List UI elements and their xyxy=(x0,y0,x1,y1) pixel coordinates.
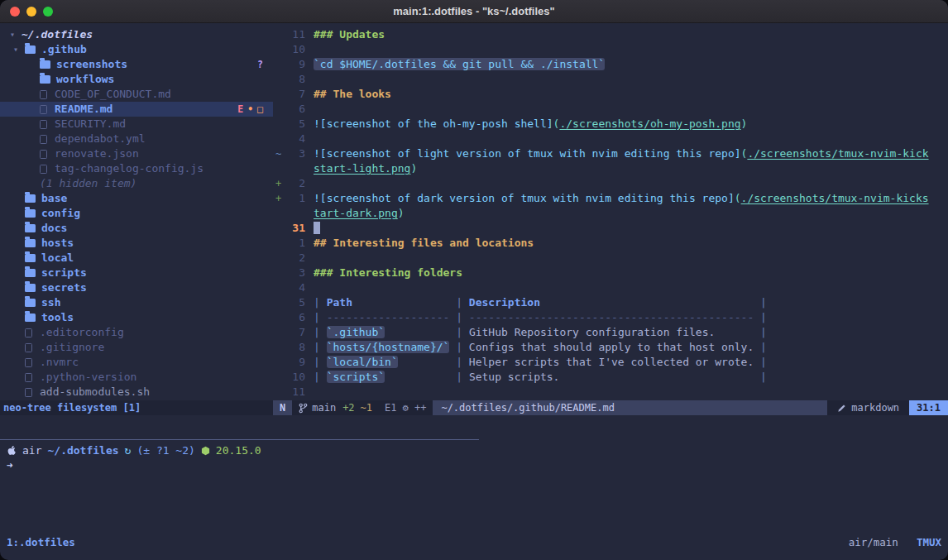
text-segment xyxy=(398,356,450,368)
editor-line[interactable]: 6| ------------------- | ---------------… xyxy=(273,310,948,325)
line-content: | `.github` | GitHub Repository configur… xyxy=(305,325,767,340)
editor-line-current[interactable]: 31 xyxy=(273,221,948,236)
tree-item-readme-md[interactable]: README.mdE•□ xyxy=(0,102,273,117)
tree-item-ssh[interactable]: ssh xyxy=(0,295,273,310)
editor-line[interactable]: 9`cd $HOME/.dotfiles && git pull && ./in… xyxy=(273,57,948,72)
tree-item-local[interactable]: local xyxy=(0,251,273,266)
tree-item-config[interactable]: config xyxy=(0,206,273,221)
text-segment: ![screenshot of the oh-my-posh shell] xyxy=(314,117,553,130)
text-segment: | xyxy=(314,371,327,383)
text-segment: Setup scripts. xyxy=(469,371,754,383)
line-content: | `local/bin` | Helper scripts that I've… xyxy=(305,355,767,370)
line-number: 31 xyxy=(284,221,305,236)
item-badges: E•□ xyxy=(237,102,263,117)
editor-line[interactable]: 6 xyxy=(273,102,948,117)
tree-item-code-of-conduct-md[interactable]: CODE_OF_CONDUCT.md xyxy=(0,87,273,102)
editor-line[interactable]: 7## The looks xyxy=(273,87,948,102)
file-icon xyxy=(25,388,32,397)
text-segment: tart-dark.png xyxy=(314,207,398,219)
line-number: 10 xyxy=(284,42,305,57)
neotree-panel[interactable]: ▾~/.dotfiles▾.githubscreenshots?workflow… xyxy=(0,24,273,400)
text-segment xyxy=(385,326,449,338)
editor-line[interactable]: 7| `.github` | GitHub Repository configu… xyxy=(273,325,948,340)
editor-line[interactable]: 4 xyxy=(273,132,948,146)
line-content: start-light.png) xyxy=(305,161,417,176)
editor-line[interactable]: 4 xyxy=(273,280,948,295)
tree-item-docs[interactable]: docs xyxy=(0,221,273,236)
chevron-down-icon[interactable]: ▾ xyxy=(13,42,25,57)
editor-line[interactable]: +2 xyxy=(273,176,948,191)
chevron-down-icon[interactable]: ▾ xyxy=(10,27,22,42)
editor-line[interactable]: 9| `local/bin` | Helper scripts that I'v… xyxy=(273,355,948,370)
tree-item-scripts[interactable]: scripts xyxy=(0,266,273,280)
editor-line[interactable]: 8 xyxy=(273,72,948,87)
text-segment: `.github` xyxy=(327,326,385,338)
tree-item-add-submodules-sh[interactable]: add-submodules.sh xyxy=(0,385,273,400)
shell-pane[interactable]: air ~/.dotfiles ↻ (± ?1 ~2) 20.15.0 ➜ xyxy=(0,415,948,534)
editor-line[interactable]: 3### Interesting folders xyxy=(273,266,948,280)
tree-item-hosts[interactable]: hosts xyxy=(0,236,273,251)
tree-item-base[interactable]: base xyxy=(0,191,273,206)
terminal-window: main:1:.dotfiles - "ks~/.dotfiles" ▾~/.d… xyxy=(0,0,948,560)
editor-line[interactable]: 2 xyxy=(273,251,948,266)
line-content xyxy=(305,72,314,87)
window-title: main:1:.dotfiles - "ks~/.dotfiles" xyxy=(393,5,554,17)
tree-item-python-version[interactable]: .python-version xyxy=(0,370,273,385)
tree-item-screenshots[interactable]: screenshots? xyxy=(0,57,273,72)
editor-pane[interactable]: 11### Updates109`cd $HOME/.dotfiles && g… xyxy=(273,24,948,400)
tree-item-label: docs xyxy=(41,221,67,236)
tree-item-label: .gitignore xyxy=(40,340,104,355)
file-icon xyxy=(40,165,47,174)
editor-line[interactable]: start-light.png) xyxy=(273,161,948,176)
editor-line[interactable]: tart-dark.png) xyxy=(273,206,948,221)
tree-item-tag-changelog-config-js[interactable]: tag-changelog-config.js xyxy=(0,161,273,176)
line-number: 4 xyxy=(284,132,305,146)
tree-item-gitignore[interactable]: .gitignore xyxy=(0,340,273,355)
refresh-icon: ↻ xyxy=(125,444,132,457)
text-segment: | xyxy=(314,341,327,353)
text-segment xyxy=(385,371,449,383)
editor-line[interactable]: ~3![screenshot of light version of tmux … xyxy=(273,146,948,161)
editor-line[interactable]: 1## Interesting files and locations xyxy=(273,236,948,251)
tree-item-nvmrc[interactable]: .nvmrc xyxy=(0,355,273,370)
line-number: 9 xyxy=(284,355,305,370)
shell-prompt: air ~/.dotfiles ↻ (± ?1 ~2) 20.15.0 xyxy=(7,444,261,457)
tree-item-dotfiles[interactable]: ▾~/.dotfiles xyxy=(0,27,273,42)
text-segment: | xyxy=(314,356,327,368)
tree-item-github[interactable]: ▾.github xyxy=(0,42,273,57)
prompt-input-line[interactable]: ➜ xyxy=(7,459,13,471)
editor-line[interactable]: 11### Updates xyxy=(273,27,948,42)
line-number: 1 xyxy=(284,191,305,206)
plugin-updates: ⚙ ++ xyxy=(403,400,433,415)
line-content: tart-dark.png) xyxy=(305,206,405,221)
gitsign-none xyxy=(273,325,284,340)
editor-line[interactable]: 5![screenshot of the oh-my-posh shell](.… xyxy=(273,117,948,132)
line-number: 8 xyxy=(284,340,305,355)
editor-line[interactable]: 10 xyxy=(273,42,948,57)
editor-line[interactable]: 5| Path | Description | xyxy=(273,295,948,310)
text-segment: ----------------------------------------… xyxy=(469,311,754,323)
gitsign-add: + xyxy=(273,176,284,191)
editor-line[interactable]: 8| `hosts/{hostname}/` | Configs that sh… xyxy=(273,340,948,355)
tree-item-dependabot-yml[interactable]: dependabot.yml xyxy=(0,132,273,146)
tree-item-tools[interactable]: tools xyxy=(0,310,273,325)
tree-item-editorconfig[interactable]: .editorconfig xyxy=(0,325,273,340)
tree-item-security-md[interactable]: SECURITY.md xyxy=(0,117,273,132)
folder-icon xyxy=(25,269,36,277)
tree-item-workflows[interactable]: workflows xyxy=(0,72,273,87)
line-content xyxy=(305,102,314,117)
filetype-label: markdown xyxy=(851,402,899,414)
editor-line[interactable]: +1![screenshot of dark version of tmux w… xyxy=(273,191,948,206)
tree-item-secrets[interactable]: secrets xyxy=(0,280,273,295)
minimize-button[interactable] xyxy=(26,7,36,17)
text-segment: ## Interesting files and locations xyxy=(314,237,534,249)
line-number: 10 xyxy=(284,370,305,385)
close-button[interactable] xyxy=(10,7,20,17)
editor-line[interactable]: 11 xyxy=(273,385,948,400)
line-number: 11 xyxy=(284,27,305,42)
zoom-button[interactable] xyxy=(43,7,53,17)
editor-line[interactable]: 10| `scripts` | Setup scripts. | xyxy=(273,370,948,385)
tree-item-renovate-json[interactable]: renovate.json xyxy=(0,146,273,161)
tmux-window-name[interactable]: 1:.dotfiles xyxy=(7,536,75,548)
tree-item-1-hidden-item[interactable]: (1 hidden item) xyxy=(0,176,273,191)
